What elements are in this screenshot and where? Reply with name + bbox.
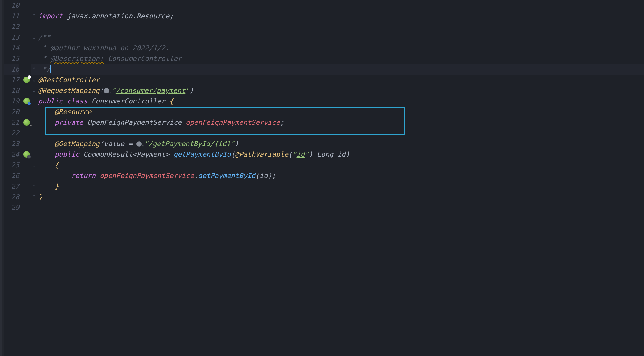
annotation-param-value: value [104, 140, 124, 148]
fold-end-icon[interactable]: ⌃ [31, 64, 37, 75]
javadoc-tag-author: @author [51, 44, 79, 52]
line-number[interactable]: 18 [4, 85, 19, 96]
code-line[interactable]: @RestController [37, 75, 644, 85]
text-caret [50, 65, 51, 73]
param-name: id [337, 151, 346, 158]
spring-bean-ref-icon[interactable] [23, 98, 30, 104]
package-path: javax.annotation. [67, 12, 136, 20]
code-line[interactable] [37, 0, 644, 11]
code-line[interactable]: @Resource [37, 106, 644, 117]
gutter-icon-column: ▎═ [22, 0, 31, 356]
keyword-import: import [38, 12, 63, 20]
spring-bean-icon[interactable] [23, 77, 30, 83]
keyword-public: public [38, 97, 63, 105]
pathvariable-value: id [296, 151, 305, 158]
fold-start-icon[interactable]: ⌄ [31, 75, 37, 85]
return-type-outer: CommonResult [83, 151, 132, 158]
javadoc-close: */ [38, 65, 51, 73]
annotation-pathvariable: @PathVariable [235, 151, 288, 158]
code-line[interactable]: } [37, 192, 644, 202]
annotation-restcontroller: @RestController [38, 76, 100, 84]
return-type-inner: Payment [136, 151, 165, 158]
field-type: OpenFeignPaymentService [87, 119, 182, 126]
keyword-class: class [67, 97, 87, 105]
code-area[interactable]: import javax.annotation.Resource; /** * … [37, 0, 644, 356]
class-ref: Resource [136, 12, 169, 20]
javadoc-open: /** [38, 33, 51, 41]
param-type: Long [317, 151, 333, 158]
line-number[interactable]: 13 [4, 32, 19, 43]
javadoc-tag-description: @Description: [51, 55, 104, 62]
keyword-private: private [54, 119, 83, 126]
fold-start-icon[interactable]: ⌄ [31, 160, 37, 170]
fold-column[interactable]: ⌃ ⌄ ⌃ ⌄ ⌄ ⌄ ⌃ ⌃ [31, 0, 37, 356]
line-number[interactable]: 28 [4, 192, 19, 202]
left-strip [0, 0, 2, 356]
line-number-gutter[interactable]: 10 11 12 13 14 15 16 17 18 19 20 21 22 2… [4, 0, 22, 356]
fold-start-icon[interactable]: ⌄ [31, 32, 37, 43]
line-number[interactable]: 16 [4, 64, 19, 75]
method-name: getPaymentById [173, 151, 231, 158]
fold-start-icon[interactable]: ⌄ [31, 85, 37, 96]
code-line[interactable]: public CommonResult<Payment> getPaymentB… [37, 149, 644, 160]
globe-icon[interactable] [104, 88, 109, 93]
class-name: ConsumerController [91, 97, 165, 105]
line-number[interactable]: 23 [4, 138, 19, 149]
request-mapping-path: /consumer/payment [116, 87, 185, 94]
javadoc-description-value: ConsumerController [108, 55, 181, 62]
call-method: getPaymentById [198, 172, 255, 179]
line-number[interactable]: 26 [4, 170, 19, 181]
line-number[interactable]: 25 [4, 160, 19, 170]
line-number[interactable]: 24 [4, 149, 19, 160]
line-number[interactable]: 11 [4, 11, 19, 21]
annotation-resource: @Resource [54, 108, 91, 116]
fold-end-icon[interactable]: ⌃ [31, 181, 37, 192]
line-number[interactable]: 17 [4, 75, 19, 85]
line-number[interactable]: 21 [4, 117, 19, 128]
code-line[interactable] [37, 202, 644, 213]
code-line[interactable]: { [37, 160, 644, 170]
code-line[interactable]: import javax.annotation.Resource; [37, 11, 644, 21]
code-line[interactable]: @GetMapping(value = ⌄"/getPaymentById/{i… [37, 138, 644, 149]
annotation-requestmapping: @RequestMapping [38, 87, 100, 94]
spring-web-icon[interactable] [23, 151, 30, 158]
call-object: openFeignPaymentService [100, 172, 194, 179]
line-number[interactable]: 19 [4, 96, 19, 106]
keyword-public: public [54, 151, 79, 158]
line-number[interactable]: 29 [4, 202, 19, 213]
code-line-current[interactable]: */ [37, 64, 644, 75]
code-line[interactable] [37, 128, 644, 138]
globe-icon[interactable] [136, 141, 142, 147]
annotation-getmapping: @GetMapping [54, 140, 99, 148]
javadoc-author-value: wuxinhua on 2022/1/2. [83, 44, 169, 52]
getmapping-path: /getPaymentById/{id} [149, 140, 231, 148]
line-number[interactable]: 12 [4, 21, 19, 32]
field-name: openFeignPaymentService [186, 119, 280, 126]
code-line[interactable]: * @author wuxinhua on 2022/1/2. [37, 43, 644, 53]
code-line[interactable]: return openFeignPaymentService.getPaymen… [37, 170, 644, 181]
code-line[interactable]: /** [37, 32, 644, 43]
code-line[interactable]: } [37, 181, 644, 192]
line-number[interactable]: 20 [4, 106, 19, 117]
fold-end-icon[interactable]: ⌃ [31, 11, 37, 21]
line-number[interactable]: 15 [4, 53, 19, 64]
line-number[interactable]: 14 [4, 43, 19, 53]
fold-end-icon[interactable]: ⌃ [31, 192, 37, 202]
chevron-down-icon[interactable]: ⌄ [109, 89, 112, 94]
code-line[interactable]: public class ConsumerController { [37, 96, 644, 106]
code-editor[interactable]: 10 11 12 13 14 15 16 17 18 19 20 21 22 2… [0, 0, 644, 356]
code-line[interactable]: @RequestMapping(⌄"/consumer/payment") [37, 85, 644, 96]
spring-inject-icon[interactable] [23, 119, 30, 126]
code-line[interactable]: private OpenFeignPaymentService openFeig… [37, 117, 644, 128]
call-arg: id [260, 172, 268, 179]
keyword-return: return [71, 172, 96, 179]
line-number[interactable]: 27 [4, 181, 19, 192]
code-line[interactable] [37, 21, 644, 32]
line-number[interactable]: 10 [4, 0, 19, 11]
code-line[interactable]: * @Description: ConsumerController [37, 53, 644, 64]
line-number[interactable]: 22 [4, 128, 19, 138]
chevron-down-icon[interactable]: ⌄ [142, 142, 144, 147]
